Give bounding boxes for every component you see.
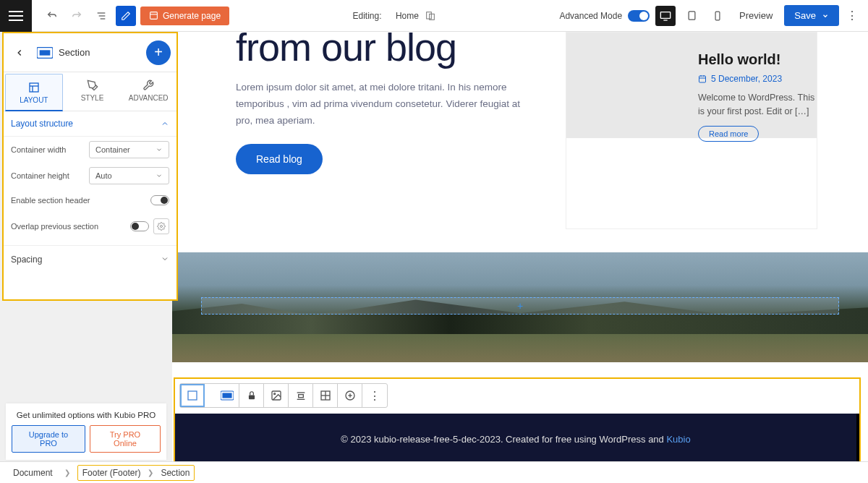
svg-rect-12: [40, 50, 51, 55]
svg-point-28: [273, 393, 275, 395]
editing-indicator: Editing: Home: [229, 10, 559, 22]
lock-button[interactable]: [239, 384, 264, 407]
calendar-icon: [698, 74, 707, 83]
top-toolbar: Generate page Editing: Home Advanced Mod…: [0, 0, 868, 32]
svg-rect-25: [223, 393, 231, 398]
svg-rect-9: [689, 12, 695, 20]
more-options-button[interactable]: ⋮: [845, 9, 859, 22]
chevron-right-icon: ❯: [148, 469, 153, 476]
spacing-header[interactable]: Spacing: [4, 245, 176, 273]
hero-image-section[interactable]: +: [172, 252, 868, 362]
main-menu-button[interactable]: [0, 0, 32, 32]
svg-rect-30: [298, 395, 303, 398]
svg-rect-23: [188, 391, 197, 400]
save-button[interactable]: Save: [784, 5, 839, 26]
footer-content[interactable]: © 2023 kubio-release-free-5-dec-2023. Cr…: [175, 414, 859, 464]
container-height-select[interactable]: Auto: [89, 167, 169, 184]
chevron-right-icon: ❯: [64, 469, 70, 476]
list-view-button[interactable]: [91, 6, 111, 26]
add-button[interactable]: [338, 384, 362, 407]
chevron-down-icon: [156, 172, 163, 179]
breadcrumb: Document ❯ Footer (Footer) ❯ Section: [0, 461, 868, 483]
blog-heading: from our blog: [236, 32, 537, 69]
tab-style[interactable]: STYLE: [64, 72, 121, 111]
section-icon: [37, 47, 53, 59]
layout-structure-header[interactable]: Layout structure: [4, 111, 176, 137]
toolbar-more-button[interactable]: ⋮: [362, 384, 387, 407]
edit-mode-button[interactable]: [116, 6, 136, 26]
image-button[interactable]: [264, 384, 289, 407]
tab-layout[interactable]: LAYOUT: [5, 74, 63, 111]
post-date: 5 December, 2023: [711, 74, 782, 84]
footer-section-selected: ⋮ © 2023 kubio-release-free-5-dec-2023. …: [174, 377, 861, 461]
read-blog-button[interactable]: Read blog: [236, 144, 323, 174]
enable-section-header-label: Enable section header: [11, 196, 90, 205]
section-layout-button[interactable]: [215, 384, 239, 407]
svg-rect-13: [30, 83, 38, 92]
svg-rect-5: [427, 12, 432, 18]
breadcrumb-document[interactable]: Document: [9, 466, 57, 480]
tablet-view-button[interactable]: [681, 6, 702, 26]
svg-rect-17: [699, 76, 706, 82]
lock-icon: [247, 390, 257, 401]
svg-rect-26: [248, 395, 254, 399]
svg-rect-3: [150, 12, 158, 20]
advanced-mode-toggle[interactable]: [628, 10, 650, 22]
overlap-settings-button[interactable]: [153, 218, 169, 234]
container-width-select[interactable]: Container: [89, 141, 169, 158]
align-button[interactable]: [289, 384, 313, 407]
chevron-up-icon: [161, 119, 169, 128]
post-title: Hello world!: [698, 51, 817, 68]
tab-advanced[interactable]: ADVANCED: [120, 72, 176, 111]
svg-rect-10: [715, 12, 720, 20]
add-block-button[interactable]: +: [146, 40, 171, 65]
section-settings-panel: Section + LAYOUT STYLE ADVANCED Layout s…: [2, 32, 178, 301]
pro-upsell-text: Get unlimited options with Kubio PRO: [12, 411, 161, 419]
enable-section-header-toggle[interactable]: [150, 195, 169, 205]
blog-description: Lorem ipsum dolor sit amet, at mei dolor…: [236, 80, 537, 129]
chevron-down-icon: [156, 146, 163, 153]
undo-button[interactable]: [42, 6, 62, 26]
overlap-previous-toggle[interactable]: [130, 221, 149, 231]
breadcrumb-section[interactable]: Section: [161, 468, 190, 478]
breadcrumb-footer[interactable]: Footer (Footer): [82, 468, 141, 478]
add-row-placeholder[interactable]: +: [201, 297, 839, 315]
grid-button[interactable]: [313, 384, 338, 407]
generate-page-button[interactable]: Generate page: [140, 7, 229, 25]
overlap-previous-label: Overlap previous section: [11, 222, 98, 231]
read-more-button[interactable]: Read more: [698, 126, 759, 142]
post-excerpt: Welcome to WordPress. This is your first…: [698, 91, 817, 119]
svg-point-16: [161, 226, 163, 228]
container-width-label: Container width: [11, 145, 89, 154]
kubio-link[interactable]: Kubio: [666, 434, 690, 445]
redo-button[interactable]: [67, 6, 87, 26]
container-height-label: Container height: [11, 171, 89, 180]
block-type-button[interactable]: [180, 384, 205, 407]
template-icon: [425, 10, 436, 22]
chevron-down-icon: [161, 255, 169, 263]
block-toolbar: ⋮: [179, 383, 388, 408]
gear-icon: [157, 222, 166, 231]
pro-upsell-box: Get unlimited options with Kubio PRO Upg…: [6, 403, 166, 460]
blog-post-card[interactable]: Hello world! 5 December, 2023 Welcome to…: [566, 32, 817, 229]
panel-back-button[interactable]: [9, 43, 30, 63]
generate-page-label: Generate page: [163, 11, 221, 21]
upgrade-to-pro-button[interactable]: Upgrade to PRO: [12, 425, 85, 453]
preview-button[interactable]: Preview: [733, 10, 778, 21]
mobile-view-button[interactable]: [707, 6, 728, 26]
advanced-mode-label: Advanced Mode: [559, 11, 622, 21]
panel-title: Section: [59, 47, 90, 58]
svg-rect-7: [660, 12, 670, 18]
plus-icon: +: [517, 300, 523, 312]
desktop-view-button[interactable]: [655, 6, 676, 26]
try-pro-online-button[interactable]: Try PRO Online: [90, 425, 161, 453]
